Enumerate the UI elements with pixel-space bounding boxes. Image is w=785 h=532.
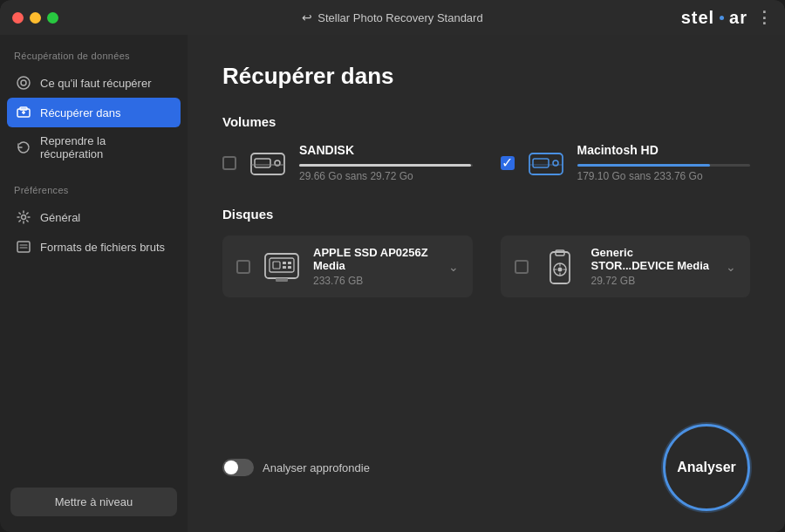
sidebar-item-label-resume: Reprendre la récupération — [40, 134, 172, 160]
sidebar-item-resume[interactable]: Reprendre la récupération — [7, 127, 181, 167]
sidebar-section-label-recovery: Récupération de données — [0, 51, 188, 68]
resume-icon — [16, 140, 31, 155]
titlebar: ↩ Stellar Photo Recovery Standard stelar… — [0, 0, 785, 35]
volume-sandisk: SANDISK 29.66 Go sans 29.72 Go — [222, 143, 473, 182]
main-content: Récupérer dans Volumes — [188, 35, 785, 532]
logo-text-2: ar — [729, 8, 747, 28]
logo-text-1: stel — [681, 8, 714, 28]
recover-in-icon — [16, 105, 31, 120]
svg-point-0 — [17, 77, 30, 89]
svg-rect-27 — [556, 250, 564, 256]
general-icon — [16, 209, 31, 225]
generic-stor-chevron[interactable]: ⌄ — [726, 260, 736, 274]
svg-rect-21 — [283, 262, 286, 264]
svg-rect-18 — [265, 254, 298, 278]
generic-stor-checkbox[interactable] — [515, 260, 529, 274]
disks-section-title: Disques — [222, 207, 750, 222]
sidebar-item-raw-formats[interactable]: Formats de fichiers bruts — [7, 232, 181, 262]
main-layout: Récupération de données Ce qu'il faut ré… — [0, 35, 785, 532]
upgrade-button[interactable]: Mettre à niveau — [10, 488, 177, 516]
sandisk-icon — [247, 146, 289, 181]
apple-ssd-info: APPLE SSD AP0256Z Media 233.76 GB — [313, 246, 438, 287]
analyse-button[interactable]: Analyser — [663, 424, 750, 511]
macintosh-size: 179.10 Go sans 233.76 Go — [577, 170, 751, 182]
logo-dot — [720, 16, 724, 20]
sandisk-bar — [299, 164, 473, 167]
maximize-button[interactable] — [47, 12, 58, 24]
svg-rect-15 — [533, 159, 549, 167]
sidebar-item-label-recover: Récupérer dans — [40, 106, 121, 119]
volumes-section-title: Volumes — [222, 114, 750, 129]
more-menu-icon[interactable]: ⋮ — [756, 8, 773, 27]
sandisk-bar-fill — [299, 164, 471, 167]
macintosh-checkbox[interactable]: ✓ — [501, 156, 515, 170]
stellar-logo: stelar ⋮ — [681, 8, 773, 28]
sidebar-item-label-general: Général — [40, 211, 80, 224]
svg-point-6 — [22, 215, 26, 220]
macintosh-icon — [525, 146, 567, 181]
svg-rect-20 — [273, 262, 280, 269]
svg-rect-7 — [17, 242, 30, 252]
apple-ssd-size: 233.76 GB — [313, 275, 438, 287]
sandisk-name: SANDISK — [299, 143, 473, 157]
apple-ssd-name: APPLE SSD AP0256Z Media — [313, 246, 438, 272]
macintosh-bar-fill — [577, 164, 711, 167]
generic-stor-size: 29.72 GB — [591, 275, 716, 287]
app-window: ↩ Stellar Photo Recovery Standard stelar… — [0, 0, 785, 532]
sidebar-section-label-prefs: Préférences — [0, 185, 188, 202]
volume-macintosh-hd: ✓ Macintosh HD 1 — [501, 143, 751, 182]
titlebar-title-text: Stellar Photo Recovery Standard — [317, 11, 482, 24]
sandisk-checkbox[interactable] — [222, 156, 236, 170]
volumes-row: SANDISK 29.66 Go sans 29.72 Go ✓ — [222, 143, 750, 182]
macintosh-bar — [577, 164, 751, 167]
svg-rect-22 — [283, 266, 286, 269]
raw-formats-icon — [16, 239, 31, 255]
toggle-knob — [224, 460, 238, 474]
sandisk-size: 29.66 Go sans 29.72 Go — [299, 170, 473, 182]
macintosh-info: Macintosh HD 179.10 Go sans 233.76 Go — [577, 143, 751, 182]
sidebar-item-general[interactable]: Général — [7, 202, 181, 232]
deep-scan-toggle[interactable] — [222, 459, 254, 476]
back-icon: ↩ — [302, 10, 312, 24]
svg-rect-25 — [276, 278, 288, 282]
page-title: Récupérer dans — [222, 63, 750, 90]
bottom-bar: Analyser approfondie Analyser — [222, 417, 750, 511]
svg-point-1 — [21, 80, 26, 85]
sidebar: Récupération de données Ce qu'il faut ré… — [0, 35, 188, 532]
titlebar-title-group: ↩ Stellar Photo Recovery Standard — [302, 10, 482, 24]
sandisk-info: SANDISK 29.66 Go sans 29.72 Go — [299, 143, 473, 182]
generic-stor-info: Generic STOR...DEVICE Media 29.72 GB — [591, 246, 716, 287]
what-to-recover-icon — [16, 75, 31, 91]
svg-rect-24 — [288, 266, 291, 269]
sidebar-item-what-to-recover[interactable]: Ce qu'il faut récupérer — [7, 68, 181, 98]
svg-point-29 — [557, 267, 562, 271]
svg-rect-23 — [288, 262, 291, 264]
disk-apple-ssd: APPLE SSD AP0256Z Media 233.76 GB ⌄ — [222, 235, 473, 297]
minimize-button[interactable] — [30, 12, 41, 24]
toggle-row: Analyser approfondie — [222, 459, 370, 476]
disks-row: APPLE SSD AP0256Z Media 233.76 GB ⌄ — [222, 235, 750, 297]
disk-generic-stor: Generic STOR...DEVICE Media 29.72 GB ⌄ — [501, 235, 751, 297]
svg-rect-11 — [255, 159, 270, 167]
apple-ssd-icon — [261, 248, 303, 286]
apple-ssd-chevron[interactable]: ⌄ — [448, 260, 459, 274]
generic-stor-name: Generic STOR...DEVICE Media — [591, 246, 716, 272]
sidebar-item-label-what: Ce qu'il faut récupérer — [40, 77, 152, 90]
sidebar-item-recover-in[interactable]: Récupérer dans — [7, 98, 181, 127]
traffic-lights — [12, 12, 58, 24]
toggle-label: Analyser approfondie — [263, 461, 370, 474]
generic-stor-icon — [539, 248, 581, 286]
close-button[interactable] — [12, 12, 24, 24]
apple-ssd-checkbox[interactable] — [236, 260, 250, 274]
sidebar-item-label-raw: Formats de fichiers bruts — [40, 241, 165, 254]
macintosh-name: Macintosh HD — [577, 143, 751, 157]
